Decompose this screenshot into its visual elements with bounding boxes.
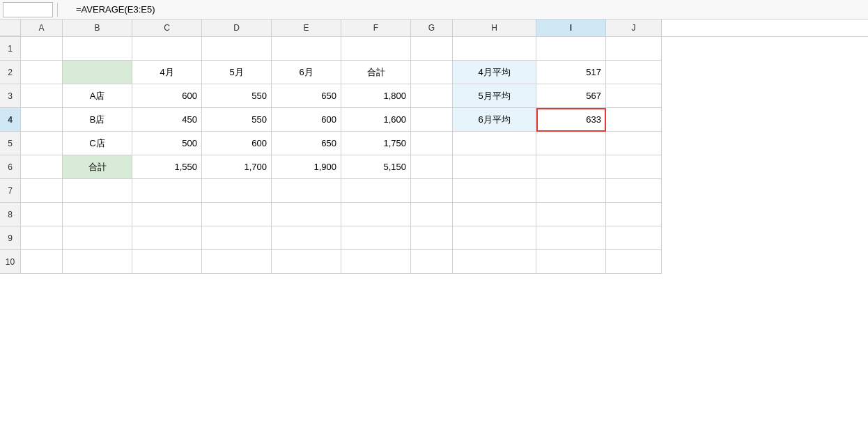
cell-J7[interactable] <box>606 179 662 203</box>
cell-B2[interactable] <box>63 61 132 84</box>
cell-E7[interactable] <box>272 179 341 203</box>
cell-C3[interactable]: 600 <box>132 84 202 108</box>
cell-A7[interactable] <box>21 179 63 203</box>
cell-A9[interactable] <box>21 226 63 250</box>
cell-E3[interactable]: 650 <box>272 84 341 108</box>
cell-D10[interactable] <box>202 250 272 274</box>
cell-J2[interactable] <box>606 61 662 84</box>
cell-D2[interactable]: 5月 <box>202 61 272 84</box>
cell-F2[interactable]: 合計 <box>341 61 411 84</box>
col-header-H[interactable]: H <box>453 20 536 36</box>
cell-G9[interactable] <box>411 226 453 250</box>
cell-H2[interactable]: 4月平均 <box>453 61 536 84</box>
row-header-3[interactable]: 3 <box>0 84 21 108</box>
cell-H10[interactable] <box>453 250 536 274</box>
cell-C4[interactable]: 450 <box>132 108 202 132</box>
cell-G2[interactable] <box>411 61 453 84</box>
cell-A4[interactable] <box>21 108 63 132</box>
col-header-G[interactable]: G <box>411 20 453 36</box>
cell-C9[interactable] <box>132 226 202 250</box>
cell-B8[interactable] <box>63 203 132 226</box>
cell-H7[interactable] <box>453 179 536 203</box>
cell-B4[interactable]: B店 <box>63 108 132 132</box>
cell-G7[interactable] <box>411 179 453 203</box>
cell-G1[interactable] <box>411 37 453 61</box>
cell-D5[interactable]: 600 <box>202 132 272 155</box>
cell-F4[interactable]: 1,600 <box>341 108 411 132</box>
cell-E2[interactable]: 6月 <box>272 61 341 84</box>
row-header-7[interactable]: 7 <box>0 179 21 203</box>
cell-I2[interactable]: 517 <box>536 61 606 84</box>
cell-D3[interactable]: 550 <box>202 84 272 108</box>
cell-D8[interactable] <box>202 203 272 226</box>
cell-G3[interactable] <box>411 84 453 108</box>
cell-A8[interactable] <box>21 203 63 226</box>
cell-G10[interactable] <box>411 250 453 274</box>
cell-I8[interactable] <box>536 203 606 226</box>
cell-J6[interactable] <box>606 155 662 179</box>
cell-F1[interactable] <box>341 37 411 61</box>
col-header-B[interactable]: B <box>63 20 132 36</box>
cell-J4[interactable] <box>606 108 662 132</box>
row-header-4[interactable]: 4 <box>0 108 21 132</box>
cell-F6[interactable]: 5,150 <box>341 155 411 179</box>
cell-E5[interactable]: 650 <box>272 132 341 155</box>
cell-B10[interactable] <box>63 250 132 274</box>
cell-D7[interactable] <box>202 179 272 203</box>
cell-D4[interactable]: 550 <box>202 108 272 132</box>
cell-F7[interactable] <box>341 179 411 203</box>
cell-F9[interactable] <box>341 226 411 250</box>
cell-E10[interactable] <box>272 250 341 274</box>
cell-J8[interactable] <box>606 203 662 226</box>
cell-I3[interactable]: 567 <box>536 84 606 108</box>
cell-E6[interactable]: 1,900 <box>272 155 341 179</box>
col-header-A[interactable]: A <box>21 20 63 36</box>
cell-E1[interactable] <box>272 37 341 61</box>
col-header-D[interactable]: D <box>202 20 272 36</box>
cell-C8[interactable] <box>132 203 202 226</box>
cell-G8[interactable] <box>411 203 453 226</box>
col-header-F[interactable]: F <box>341 20 411 36</box>
cell-D9[interactable] <box>202 226 272 250</box>
cell-I7[interactable] <box>536 179 606 203</box>
cell-A3[interactable] <box>21 84 63 108</box>
cell-I1[interactable] <box>536 37 606 61</box>
cell-I5[interactable] <box>536 132 606 155</box>
row-header-2[interactable]: 2 <box>0 61 21 84</box>
cell-G5[interactable] <box>411 132 453 155</box>
cell-B7[interactable] <box>63 179 132 203</box>
formula-input[interactable] <box>73 2 865 17</box>
cell-J9[interactable] <box>606 226 662 250</box>
row-header-9[interactable]: 9 <box>0 226 21 250</box>
cell-E4[interactable]: 600 <box>272 108 341 132</box>
cell-E8[interactable] <box>272 203 341 226</box>
col-header-J[interactable]: J <box>606 20 662 36</box>
cell-B3[interactable]: A店 <box>63 84 132 108</box>
cell-B5[interactable]: C店 <box>63 132 132 155</box>
cell-C1[interactable] <box>132 37 202 61</box>
cell-C7[interactable] <box>132 179 202 203</box>
cell-G6[interactable] <box>411 155 453 179</box>
cell-A5[interactable] <box>21 132 63 155</box>
cell-J10[interactable] <box>606 250 662 274</box>
cell-F5[interactable]: 1,750 <box>341 132 411 155</box>
cell-A6[interactable] <box>21 155 63 179</box>
cell-F3[interactable]: 1,800 <box>341 84 411 108</box>
cell-H9[interactable] <box>453 226 536 250</box>
row-header-10[interactable]: 10 <box>0 250 21 274</box>
cell-F8[interactable] <box>341 203 411 226</box>
cell-I6[interactable] <box>536 155 606 179</box>
row-header-5[interactable]: 5 <box>0 132 21 155</box>
cell-A1[interactable] <box>21 37 63 61</box>
col-header-I[interactable]: I <box>536 20 606 36</box>
cell-B6[interactable]: 合計 <box>63 155 132 179</box>
cell-reference-box[interactable] <box>3 2 53 17</box>
cell-J5[interactable] <box>606 132 662 155</box>
cell-C6[interactable]: 1,550 <box>132 155 202 179</box>
cell-H1[interactable] <box>453 37 536 61</box>
cell-C2[interactable]: 4月 <box>132 61 202 84</box>
cell-D6[interactable]: 1,700 <box>202 155 272 179</box>
cell-H4[interactable]: 6月平均 <box>453 108 536 132</box>
col-header-C[interactable]: C <box>132 20 202 36</box>
cell-C5[interactable]: 500 <box>132 132 202 155</box>
